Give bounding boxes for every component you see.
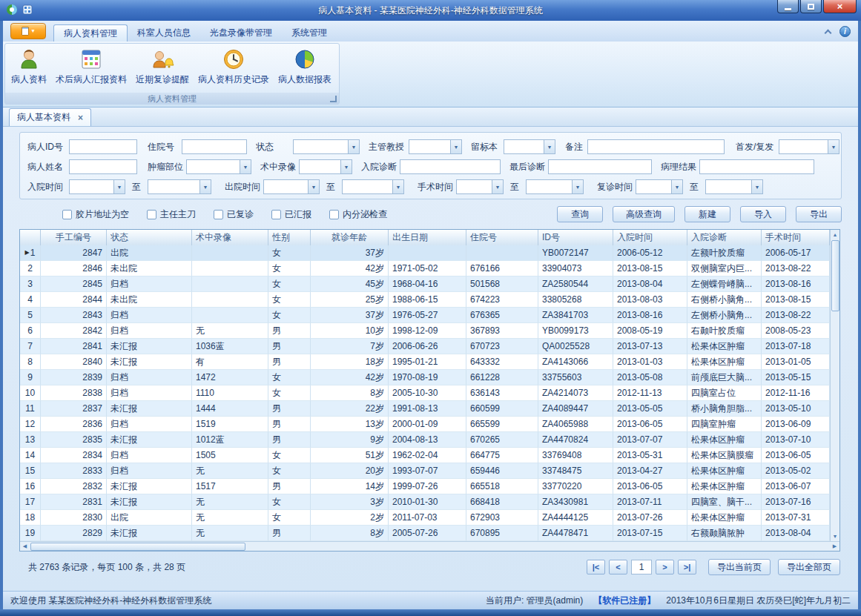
quick-access-icon[interactable] — [22, 4, 33, 17]
column-header[interactable]: ID号 — [538, 230, 613, 245]
minimize-button[interactable] — [777, 0, 799, 13]
collapse-ribbon-icon[interactable] — [825, 30, 832, 37]
table-row[interactable]: 62842归档无男10岁1998-12-09367893YB0099173200… — [20, 323, 830, 339]
tumor-site-select[interactable]: ▼ — [186, 159, 251, 174]
pathology-input[interactable] — [699, 159, 814, 174]
followed-up-checkbox[interactable]: 已复诊 — [214, 208, 254, 221]
patient-history-button[interactable]: 病人资料历史记录 — [194, 45, 274, 93]
tab-close-icon[interactable]: × — [78, 113, 83, 123]
film-address-empty-checkbox[interactable]: 胶片地址为空 — [62, 208, 129, 221]
surgery-time-from-select[interactable]: ▼ — [456, 179, 504, 194]
export-button[interactable]: 导出 — [796, 206, 842, 222]
close-button[interactable]: × — [823, 0, 857, 13]
table-row[interactable]: 22846未出院女42岁1971-05-02676166339040732013… — [20, 261, 830, 276]
application-menu-button[interactable]: ▾ — [10, 23, 46, 39]
table-row[interactable]: 32845归档女45岁1968-04-16501568ZA25805442013… — [20, 276, 830, 292]
title-bar[interactable]: 病人基本资料 - 某某医院神经外科-神经外科数据管理系统 × — [0, 0, 861, 21]
postop-report-button[interactable]: 术后病人汇报资料 — [51, 45, 131, 93]
advanced-query-button[interactable]: 高级查询 — [613, 206, 675, 222]
ribbon-button-label: 病人数据报表 — [278, 73, 331, 86]
last-page-button[interactable]: >| — [678, 560, 696, 574]
followup-time-to-select[interactable]: ▼ — [705, 179, 763, 194]
professor-select[interactable]: ▼ — [409, 139, 462, 154]
table-row[interactable]: 42844未出院女25岁1988-06-15674223338052682013… — [20, 292, 830, 308]
admission-dx-input[interactable] — [400, 159, 501, 174]
column-header[interactable]: 术中录像 — [192, 230, 268, 245]
table-row[interactable]: 52843归档女37岁1976-05-27676365ZA38417032013… — [20, 308, 830, 323]
dialog-launcher-icon[interactable] — [330, 96, 337, 102]
scroll-right-icon[interactable]: ▶ — [830, 542, 839, 552]
column-header[interactable]: 入院诊断 — [687, 230, 762, 245]
patient-report-button[interactable]: 病人数据报表 — [274, 45, 336, 93]
intraop-video-select[interactable]: ▼ — [299, 159, 352, 174]
tab-disc-video-management[interactable]: 光盘录像带管理 — [200, 24, 282, 42]
table-row[interactable]: 162832未汇报1517男14岁1999-07-266655183377022… — [20, 479, 830, 494]
patient-name-input[interactable] — [69, 159, 137, 174]
import-button[interactable]: 导入 — [740, 206, 786, 222]
column-header[interactable]: 状态 — [107, 230, 192, 245]
followup-reminder-button[interactable]: 近期复诊提醒 — [131, 45, 194, 93]
first-page-button[interactable]: |< — [587, 560, 605, 574]
export-current-page-button[interactable]: 导出当前页 — [708, 559, 771, 575]
info-icon[interactable]: i — [839, 26, 851, 37]
column-header[interactable]: 入院时间 — [613, 230, 687, 245]
page-number-input[interactable] — [631, 560, 652, 574]
column-header[interactable]: 手工编号 — [41, 230, 107, 245]
endocrine-exam-checkbox[interactable]: 内分泌检查 — [329, 208, 387, 221]
query-button[interactable]: 查询 — [557, 206, 603, 222]
table-row[interactable]: 112837未汇报1444男22岁1991-08-13660599ZA40894… — [20, 401, 830, 417]
table-row[interactable]: 82840未汇报有男18岁1995-01-21643332ZA414306620… — [20, 354, 830, 370]
next-page-button[interactable]: > — [656, 560, 674, 574]
prev-page-button[interactable]: < — [609, 560, 627, 574]
export-all-pages-button[interactable]: 导出全部页 — [778, 559, 840, 575]
table-row[interactable]: 172831未汇报无女3岁2010-01-30668418ZA343098120… — [20, 494, 830, 510]
grid-cell: 2013-05-08 — [613, 370, 687, 385]
tab-patient-data-management[interactable]: 病人资料管理 — [53, 24, 128, 42]
table-row[interactable]: 182830出院无女2岁2011-07-03672903ZA4444125201… — [20, 510, 830, 526]
horizontal-scroll-thumb[interactable] — [30, 543, 245, 551]
chief-surgeon-checkbox[interactable]: 主任主刀 — [147, 208, 196, 221]
surgery-time-to-select[interactable]: ▼ — [526, 179, 584, 194]
table-row[interactable]: 102838归档1110女8岁2005-10-30636143ZA4214073… — [20, 385, 830, 401]
specimen-select[interactable]: ▼ — [504, 139, 555, 154]
tab-patient-basic-data[interactable]: 病人基本资料 × — [9, 108, 91, 126]
scroll-down-icon[interactable]: ▼ — [831, 531, 840, 541]
table-row[interactable]: 122836归档1519男13岁2000-01-09665599ZA406598… — [20, 417, 830, 432]
column-header[interactable]: 住院号 — [466, 230, 538, 245]
table-row[interactable]: 192829未汇报无男8岁2005-07-26670895ZA447847120… — [20, 526, 830, 541]
final-dx-input[interactable] — [548, 159, 652, 174]
tab-department-staff-info[interactable]: 科室人员信息 — [128, 24, 200, 42]
column-header[interactable]: 就诊年龄 — [311, 230, 389, 245]
table-row[interactable]: 92839归档1472女42岁1970-08-19661228337556032… — [20, 370, 830, 385]
discharge-time-from-select[interactable]: ▼ — [263, 179, 320, 194]
column-header[interactable]: 性别 — [268, 230, 311, 245]
table-row[interactable]: 142834归档1505女51岁1962-02-0466477533769408… — [20, 448, 830, 463]
maximize-button[interactable] — [800, 0, 822, 13]
admission-time-from-select[interactable]: ▼ — [69, 179, 125, 194]
table-row[interactable]: 132835未汇报1012蓝男9岁2004-08-13670265ZA44708… — [20, 432, 830, 448]
software-registered-link[interactable]: 【软件已注册】 — [593, 595, 656, 607]
column-header[interactable]: 手术时间 — [762, 230, 830, 245]
patient-id-input[interactable] — [69, 139, 137, 154]
reported-checkbox[interactable]: 已汇报 — [271, 208, 311, 221]
discharge-time-to-select[interactable]: ▼ — [342, 179, 404, 194]
app-logo-icon[interactable] — [6, 4, 18, 18]
scroll-left-icon[interactable]: ◀ — [20, 542, 30, 552]
admission-time-to-select[interactable]: ▼ — [148, 179, 211, 194]
status-select[interactable]: ▼ — [293, 139, 360, 154]
inpatient-no-input[interactable] — [182, 139, 247, 154]
remark-input[interactable] — [587, 139, 725, 154]
patient-info-button[interactable]: 病人资料 — [7, 45, 51, 93]
tab-system-management[interactable]: 系统管理 — [282, 24, 337, 42]
grid-horizontal-scrollbar[interactable]: ◀ ▶ — [20, 541, 839, 551]
grid-vertical-scrollbar[interactable]: ▲ ▼ — [830, 230, 839, 541]
vertical-scroll-thumb[interactable] — [831, 240, 839, 311]
new-button[interactable]: 新建 — [684, 206, 730, 222]
table-row[interactable]: ▶12847出院女37岁YB00721472006-05-12左额叶胶质瘤200… — [20, 245, 830, 261]
scroll-up-icon[interactable]: ▲ — [831, 230, 840, 239]
column-header[interactable]: 出生日期 — [389, 230, 466, 245]
table-row[interactable]: 72841未汇报1036蓝男7岁2006-06-26670723QA002552… — [20, 339, 830, 354]
table-row[interactable]: 152833归档无女20岁1993-07-0765944633748475201… — [20, 463, 830, 479]
followup-time-from-select[interactable]: ▼ — [636, 179, 683, 194]
first-recur-select[interactable]: ▼ — [779, 139, 839, 154]
